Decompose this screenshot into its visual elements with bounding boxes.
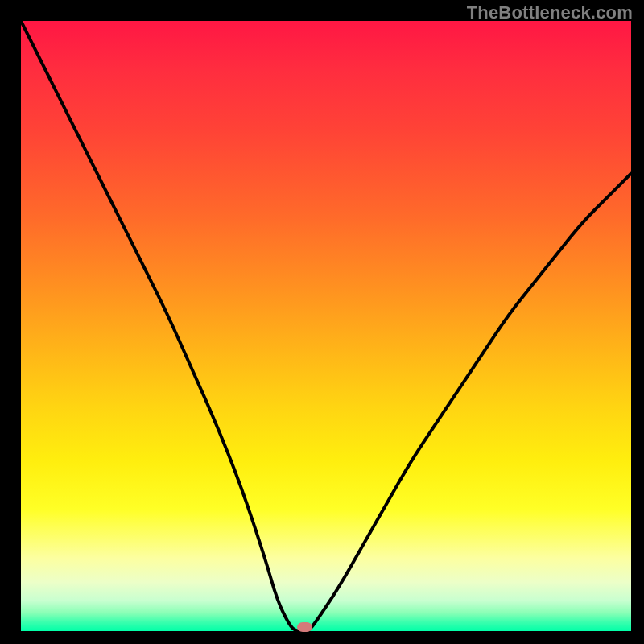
optimal-point-marker [297,622,312,632]
plot-area [21,21,631,631]
chart-frame: TheBottleneck.com [0,0,644,644]
bottleneck-curve [21,21,631,631]
